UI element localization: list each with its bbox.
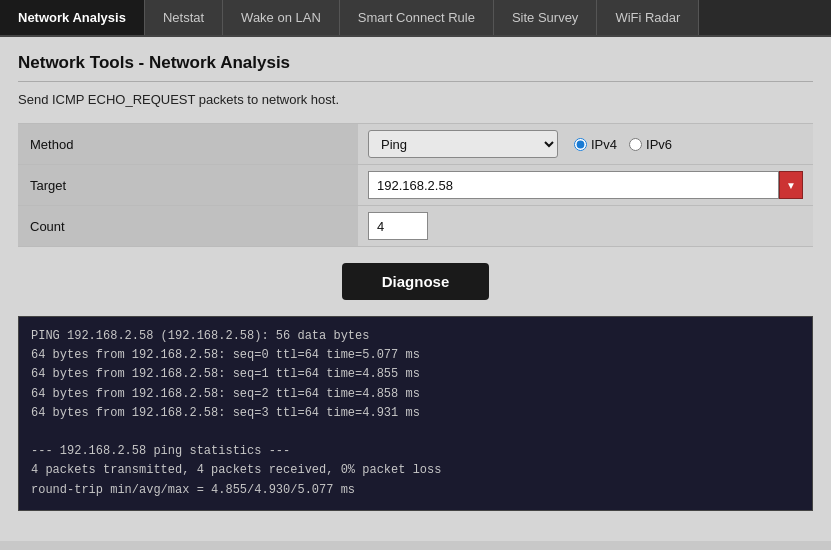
target-input[interactable] (368, 171, 779, 199)
tab-site-survey[interactable]: Site Survey (494, 0, 597, 35)
ipv4-radio[interactable] (574, 138, 587, 151)
tab-smart-connect-rule[interactable]: Smart Connect Rule (340, 0, 494, 35)
method-control-cell: Ping Traceroute Nslookup IPv4 IPv6 (358, 124, 813, 165)
target-row: Target ▼ (18, 165, 813, 206)
ipv6-label: IPv6 (646, 137, 672, 152)
ipv6-radio-label[interactable]: IPv6 (629, 137, 672, 152)
method-select[interactable]: Ping Traceroute Nslookup (368, 130, 558, 158)
target-dropdown-button[interactable]: ▼ (779, 171, 803, 199)
method-row-content: Ping Traceroute Nslookup IPv4 IPv6 (368, 130, 803, 158)
ip-version-radio-group: IPv4 IPv6 (574, 137, 672, 152)
method-label: Method (18, 124, 358, 165)
ipv6-radio[interactable] (629, 138, 642, 151)
page-description: Send ICMP ECHO_REQUEST packets to networ… (18, 92, 813, 107)
tab-network-analysis[interactable]: Network Analysis (0, 0, 145, 35)
tab-netstat[interactable]: Netstat (145, 0, 223, 35)
count-row: Count (18, 206, 813, 247)
tab-wake-on-lan[interactable]: Wake on LAN (223, 0, 340, 35)
tab-wifi-radar[interactable]: WiFi Radar (597, 0, 699, 35)
diagnose-row: Diagnose (18, 263, 813, 300)
method-row: Method Ping Traceroute Nslookup IPv4 (18, 124, 813, 165)
diagnose-button[interactable]: Diagnose (342, 263, 490, 300)
tab-bar: Network Analysis Netstat Wake on LAN Sma… (0, 0, 831, 37)
form-table: Method Ping Traceroute Nslookup IPv4 (18, 123, 813, 247)
dropdown-arrow-icon: ▼ (786, 180, 796, 191)
page-title: Network Tools - Network Analysis (18, 53, 813, 82)
target-control-cell: ▼ (358, 165, 813, 206)
output-terminal: PING 192.168.2.58 (192.168.2.58): 56 dat… (18, 316, 813, 511)
target-input-wrap: ▼ (368, 171, 803, 199)
ipv4-radio-label[interactable]: IPv4 (574, 137, 617, 152)
target-label: Target (18, 165, 358, 206)
count-label: Count (18, 206, 358, 247)
ipv4-label: IPv4 (591, 137, 617, 152)
count-control-cell (358, 206, 813, 247)
main-content: Network Tools - Network Analysis Send IC… (0, 37, 831, 541)
count-input[interactable] (368, 212, 428, 240)
